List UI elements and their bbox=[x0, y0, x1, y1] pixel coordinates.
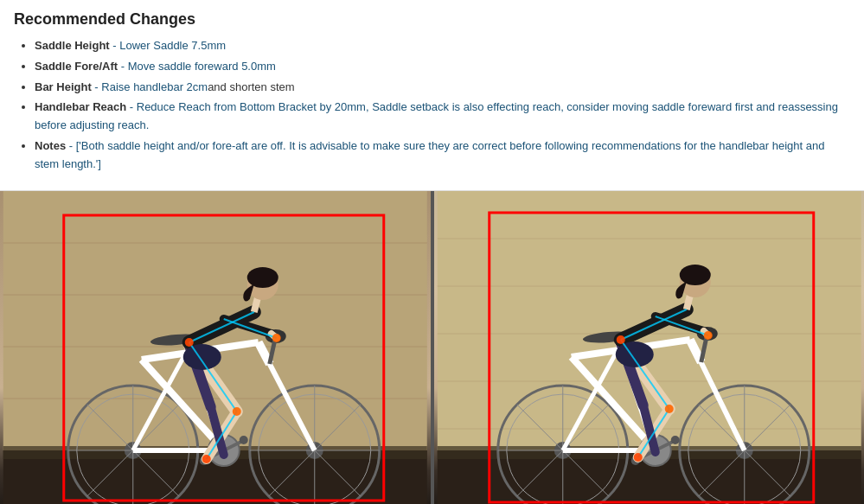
list-item: Bar Height - Raise handlebar 2cmand shor… bbox=[35, 79, 850, 97]
rec-value-bar-height-2: and shorten stem bbox=[208, 80, 294, 93]
rec-value-saddle-height: - Lower Saddle 7.5mm bbox=[110, 39, 226, 52]
bike-image-right bbox=[434, 191, 865, 504]
recommendations-list: Saddle Height - Lower Saddle 7.5mm Saddl… bbox=[14, 37, 850, 174]
cyclist-illustration-left bbox=[0, 191, 431, 504]
rec-label-handlebar-reach: Handlebar Reach bbox=[35, 100, 126, 113]
section-title: Recommended Changes bbox=[14, 10, 850, 29]
list-item: Saddle Fore/Aft - Move saddle foreward 5… bbox=[35, 58, 850, 76]
list-item: Saddle Height - Lower Saddle 7.5mm bbox=[35, 37, 850, 55]
svg-point-53 bbox=[185, 338, 194, 347]
svg-point-107 bbox=[664, 405, 673, 413]
rec-value-saddle-foreaft: - Move saddle foreward 5.0mm bbox=[118, 60, 276, 73]
svg-point-45 bbox=[183, 344, 221, 370]
list-item: Handlebar Reach - Reduce Reach from Bott… bbox=[35, 99, 850, 135]
svg-point-52 bbox=[272, 334, 281, 342]
svg-point-102 bbox=[615, 341, 653, 367]
svg-point-51 bbox=[202, 455, 211, 463]
svg-point-44 bbox=[247, 267, 278, 288]
svg-point-90 bbox=[670, 436, 679, 444]
rec-value-handlebar-reach: - Reduce Reach from Bottom Bracket by 20… bbox=[35, 100, 838, 131]
images-section bbox=[0, 191, 864, 504]
rec-label-bar-height: Bar Height bbox=[35, 80, 92, 93]
recommendations-section: Recommended Changes Saddle Height - Lowe… bbox=[0, 0, 864, 191]
svg-point-33 bbox=[240, 436, 248, 444]
rec-label-saddle-height: Saddle Height bbox=[35, 39, 110, 52]
list-item: Notes - ['Both saddle height and/or fore… bbox=[35, 137, 850, 174]
rec-label-notes: Notes bbox=[35, 139, 66, 152]
rec-value-bar-height: - Raise handlebar 2cm bbox=[92, 80, 208, 93]
svg-point-109 bbox=[703, 331, 712, 340]
bike-image-left bbox=[0, 191, 431, 504]
svg-point-108 bbox=[633, 453, 642, 462]
svg-point-101 bbox=[679, 265, 710, 285]
cyclist-illustration-right bbox=[434, 191, 865, 504]
svg-point-110 bbox=[616, 335, 624, 344]
rec-value-notes: - ['Both saddle height and/or fore-aft a… bbox=[35, 139, 824, 170]
rec-label-saddle-foreaft: Saddle Fore/Aft bbox=[35, 60, 118, 73]
svg-point-50 bbox=[233, 407, 241, 416]
